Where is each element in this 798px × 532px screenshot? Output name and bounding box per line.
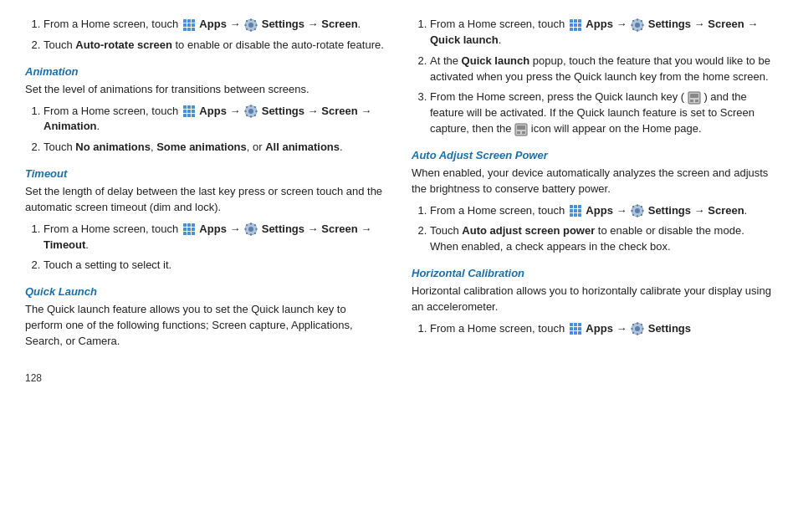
settings-icon — [244, 223, 258, 236]
svg-rect-77 — [690, 94, 698, 98]
svg-rect-25 — [183, 114, 187, 117]
svg-rect-105 — [578, 323, 581, 326]
list-item: From a Home screen, touch Apps → — [430, 17, 773, 49]
animation-desc: Set the level of animations for transiti… — [25, 82, 386, 98]
svg-rect-3 — [183, 23, 187, 27]
svg-point-120 — [641, 324, 642, 325]
svg-rect-23 — [187, 110, 191, 113]
svg-point-30 — [250, 105, 252, 106]
apps-icon — [569, 322, 582, 335]
right-column: From a Home screen, touch Apps → — [412, 17, 773, 356]
svg-rect-109 — [570, 331, 573, 335]
svg-point-95 — [637, 204, 638, 206]
svg-rect-4 — [187, 23, 191, 27]
svg-rect-27 — [192, 114, 195, 117]
svg-rect-89 — [578, 209, 581, 212]
svg-point-10 — [248, 23, 253, 28]
no-animations-bold: No animations — [75, 141, 151, 153]
svg-point-98 — [642, 210, 643, 212]
list-item: From a Home screen, touch Apps → — [430, 321, 773, 337]
svg-rect-41 — [183, 228, 187, 231]
apps-icon — [182, 18, 196, 32]
left-column: From a Home screen, touch Apps → — [25, 17, 386, 356]
quick-launch-heading: Quick Launch — [25, 285, 386, 298]
svg-point-14 — [255, 23, 257, 25]
svg-rect-62 — [578, 23, 581, 27]
svg-rect-103 — [570, 323, 573, 326]
list-item: From the Home screen, press the Quick la… — [430, 90, 773, 137]
svg-point-115 — [637, 334, 638, 335]
svg-point-94 — [635, 208, 640, 213]
svg-rect-43 — [192, 228, 195, 231]
animation-list: From a Home screen, touch Apps → — [25, 104, 386, 156]
horiz-cal-desc: Horizontal calibration allows you to hor… — [412, 284, 773, 315]
svg-rect-42 — [187, 228, 191, 231]
apps-label: Apps — [586, 18, 613, 30]
svg-point-37 — [246, 115, 248, 116]
svg-point-11 — [250, 18, 252, 20]
svg-point-12 — [250, 29, 252, 31]
svg-rect-22 — [183, 110, 187, 113]
svg-rect-59 — [578, 19, 581, 23]
settings-icon — [631, 322, 644, 335]
auto-rotate-bold: Auto-rotate screen — [75, 38, 172, 51]
svg-point-32 — [244, 110, 246, 112]
quick-launch-bold: Quick launch — [462, 54, 530, 67]
page-number: 128 — [25, 372, 773, 384]
svg-rect-24 — [192, 110, 195, 113]
list-item: From a Home screen, touch Apps → — [430, 203, 773, 219]
apps-label: Apps — [586, 322, 613, 335]
list-item: At the Quick launch popup, touch the fea… — [430, 54, 773, 85]
svg-rect-65 — [578, 28, 581, 31]
svg-rect-46 — [192, 232, 195, 235]
svg-rect-82 — [517, 131, 520, 134]
settings-icon — [244, 105, 258, 118]
settings-icon — [244, 18, 258, 32]
svg-rect-26 — [187, 114, 191, 117]
settings-icon — [631, 18, 644, 32]
svg-point-29 — [248, 109, 253, 114]
svg-rect-92 — [578, 213, 581, 217]
svg-point-114 — [637, 323, 638, 325]
list-item: Touch a setting to select it. — [43, 258, 386, 274]
settings-label: Settings → Screen — [648, 204, 744, 217]
settings-label: Settings — [648, 322, 691, 335]
svg-point-50 — [250, 234, 252, 236]
svg-rect-84 — [570, 205, 573, 208]
auto-adjust-bold: Auto adjust screen power — [462, 224, 595, 237]
svg-rect-61 — [574, 23, 577, 27]
svg-point-13 — [244, 23, 246, 25]
list-item: From a Home screen, touch Apps → — [43, 17, 386, 33]
svg-rect-21 — [192, 105, 195, 109]
svg-point-72 — [632, 19, 634, 21]
svg-point-70 — [631, 23, 632, 25]
auto-adjust-heading: Auto Adjust Screen Power — [412, 149, 773, 161]
svg-rect-45 — [187, 232, 191, 235]
svg-rect-90 — [570, 213, 573, 217]
svg-rect-5 — [192, 23, 195, 27]
svg-point-55 — [254, 224, 256, 226]
svg-point-35 — [254, 115, 256, 116]
svg-point-56 — [246, 233, 248, 234]
svg-rect-106 — [570, 327, 573, 330]
svg-rect-111 — [578, 331, 581, 335]
svg-point-53 — [246, 224, 248, 226]
list-item: Touch No animations, Some animations, or… — [43, 140, 386, 156]
svg-point-51 — [244, 228, 246, 230]
svg-rect-6 — [183, 28, 187, 31]
svg-rect-87 — [570, 209, 573, 212]
svg-point-119 — [641, 332, 642, 334]
svg-point-18 — [246, 28, 248, 29]
svg-rect-108 — [578, 327, 581, 330]
svg-point-34 — [246, 106, 248, 108]
svg-rect-86 — [578, 205, 581, 208]
quick-launch-desc: The Quick launch feature allows you to s… — [25, 302, 386, 350]
svg-rect-91 — [574, 213, 577, 217]
svg-rect-44 — [183, 232, 187, 235]
horiz-cal-heading: Horizontal Calibration — [412, 267, 773, 279]
svg-rect-39 — [187, 223, 191, 227]
svg-point-36 — [254, 106, 256, 108]
svg-point-113 — [635, 326, 640, 331]
apps-label: Apps — [199, 105, 227, 117]
svg-point-68 — [637, 18, 638, 20]
